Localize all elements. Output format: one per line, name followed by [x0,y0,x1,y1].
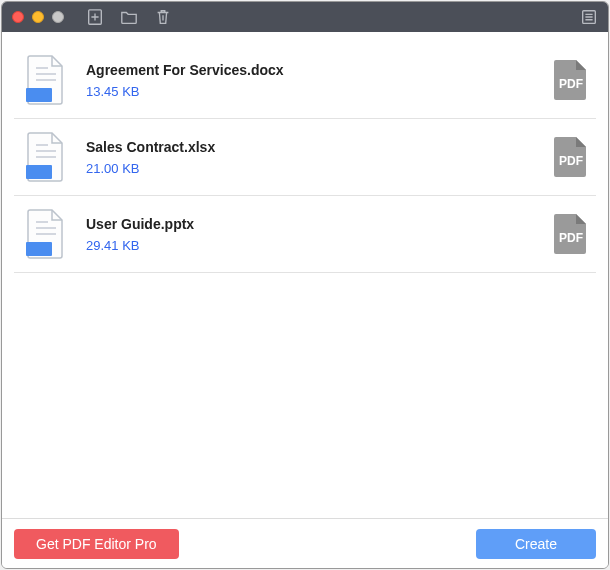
traffic-lights [12,11,64,23]
pdf-output-icon: PDF [552,212,590,256]
titlebar [2,2,608,32]
svg-rect-11 [26,88,52,102]
file-info: Agreement For Services.docx 13.45 KB [86,62,536,99]
file-list: Agreement For Services.docx 13.45 KB PDF [14,42,596,273]
file-list-area: Agreement For Services.docx 13.45 KB PDF [2,32,608,518]
file-size: 21.00 KB [86,161,536,176]
file-info: User Guide.pptx 29.41 KB [86,216,536,253]
list-view-icon[interactable] [580,8,598,26]
file-name: User Guide.pptx [86,216,536,232]
document-icon [22,54,70,106]
add-file-icon[interactable] [86,8,104,26]
footer: Get PDF Editor Pro Create [2,518,608,568]
close-window-button[interactable] [12,11,24,23]
file-size: 13.45 KB [86,84,536,99]
file-row[interactable]: Agreement For Services.docx 13.45 KB PDF [14,42,596,119]
get-pro-button[interactable]: Get PDF Editor Pro [14,529,179,559]
pdf-output-icon: PDF [552,135,590,179]
file-name: Agreement For Services.docx [86,62,536,78]
file-row[interactable]: Sales Contract.xlsx 21.00 KB PDF [14,119,596,196]
document-icon [22,131,70,183]
svg-rect-16 [26,165,52,179]
toolbar [86,8,172,26]
file-name: Sales Contract.xlsx [86,139,536,155]
app-window: Agreement For Services.docx 13.45 KB PDF [1,1,609,569]
folder-icon[interactable] [120,8,138,26]
svg-text:PDF: PDF [559,231,583,245]
file-size: 29.41 KB [86,238,536,253]
file-row[interactable]: User Guide.pptx 29.41 KB PDF [14,196,596,273]
pdf-output-icon: PDF [552,58,590,102]
create-button[interactable]: Create [476,529,596,559]
document-icon [22,208,70,260]
maximize-window-button[interactable] [52,11,64,23]
svg-rect-21 [26,242,52,256]
minimize-window-button[interactable] [32,11,44,23]
svg-text:PDF: PDF [559,77,583,91]
file-info: Sales Contract.xlsx 21.00 KB [86,139,536,176]
trash-icon[interactable] [154,8,172,26]
svg-text:PDF: PDF [559,154,583,168]
